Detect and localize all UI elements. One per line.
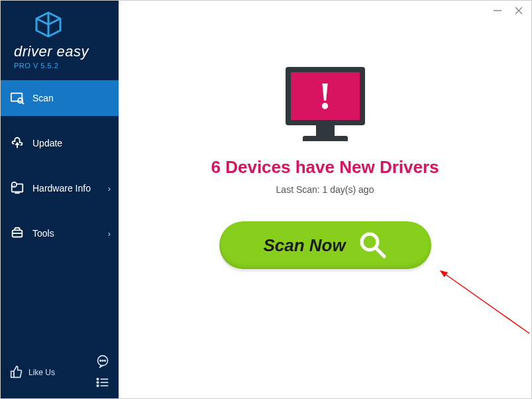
monitor-graphic: ! xyxy=(282,67,368,141)
nav-item-tools[interactable]: Tools › xyxy=(1,215,119,251)
logo-icon xyxy=(34,11,111,40)
status-headline: 6 Devices have New Drivers xyxy=(211,157,439,178)
minimize-button[interactable] xyxy=(493,6,502,18)
thumbs-up-icon xyxy=(10,365,23,380)
nav-item-update[interactable]: Update xyxy=(1,125,119,161)
svg-point-13 xyxy=(102,360,103,361)
nav-item-hardware[interactable]: i Hardware Info › xyxy=(1,170,119,206)
nav-item-scan[interactable]: Scan xyxy=(1,80,119,116)
svg-point-19 xyxy=(97,385,99,387)
sidebar: driver easy PRO V 5.5.2 Scan xyxy=(1,1,119,398)
window-controls xyxy=(493,6,523,18)
tools-icon xyxy=(10,226,25,241)
scan-now-button[interactable]: Scan Now xyxy=(219,221,431,269)
brand-name: driver easy xyxy=(14,43,111,60)
chevron-right-icon: › xyxy=(108,184,111,194)
annotation-arrow xyxy=(437,267,532,347)
nav: Scan Update i xyxy=(1,80,119,347)
scan-now-label: Scan Now xyxy=(263,235,345,256)
chevron-right-icon: › xyxy=(108,229,111,239)
brand-version: PRO V 5.5.2 xyxy=(14,62,111,70)
svg-line-25 xyxy=(376,249,384,256)
nav-label-tools: Tools xyxy=(32,228,54,239)
sidebar-bottom: Like Us xyxy=(1,347,119,398)
svg-text:i: i xyxy=(14,183,15,187)
nav-label-update: Update xyxy=(32,138,62,148)
like-us-button[interactable]: Like Us xyxy=(10,365,55,380)
svg-rect-10 xyxy=(11,371,14,377)
close-button[interactable] xyxy=(514,6,523,18)
logo-block: driver easy PRO V 5.5.2 xyxy=(1,1,119,76)
like-us-label: Like Us xyxy=(28,368,55,377)
main-panel: ! 6 Devices have New Drivers Last Scan: … xyxy=(119,1,531,398)
svg-point-14 xyxy=(105,360,106,361)
nav-label-hardware: Hardware Info xyxy=(32,183,91,194)
alert-icon: ! xyxy=(286,67,365,125)
svg-line-26 xyxy=(445,274,529,333)
bottom-icons xyxy=(96,355,109,390)
svg-point-15 xyxy=(97,378,99,380)
svg-rect-1 xyxy=(11,93,23,101)
menu-icon[interactable] xyxy=(96,377,109,390)
hardware-info-icon: i xyxy=(10,181,25,196)
scan-icon xyxy=(10,91,25,105)
nav-label-scan: Scan xyxy=(32,93,54,103)
feedback-icon[interactable] xyxy=(96,355,109,370)
svg-line-3 xyxy=(22,102,24,104)
app-window: driver easy PRO V 5.5.2 Scan xyxy=(1,1,531,398)
content: ! 6 Devices have New Drivers Last Scan: … xyxy=(119,1,531,269)
last-scan-text: Last Scan: 1 day(s) ago xyxy=(276,184,374,195)
update-icon xyxy=(10,136,25,150)
svg-point-12 xyxy=(100,360,101,361)
magnifier-icon xyxy=(358,230,387,261)
svg-point-17 xyxy=(97,382,99,384)
